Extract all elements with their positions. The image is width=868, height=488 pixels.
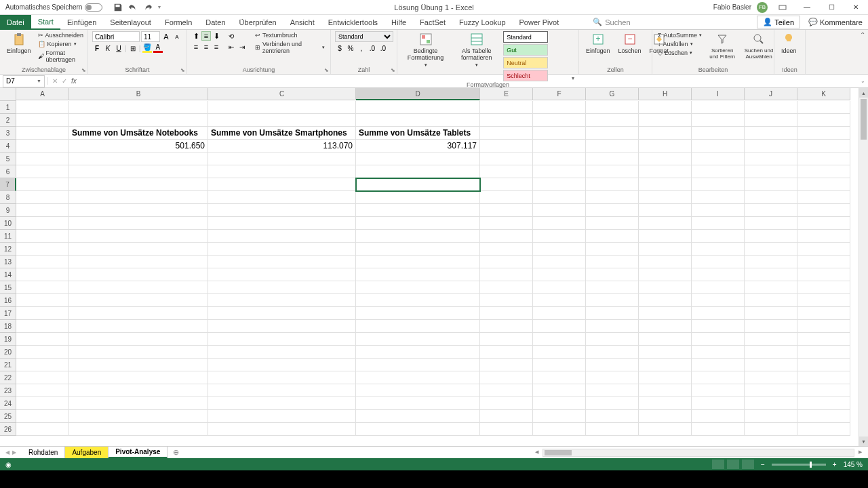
cell-I10[interactable] <box>692 217 745 230</box>
cell-B10[interactable] <box>69 217 208 230</box>
sheet-tab-rohdaten[interactable]: Rohdaten <box>22 447 65 458</box>
cell-J7[interactable] <box>745 178 797 191</box>
cell-J19[interactable] <box>745 333 797 346</box>
cell-I21[interactable] <box>692 359 745 371</box>
cell-A5[interactable] <box>16 152 69 165</box>
cell-A11[interactable] <box>16 230 69 243</box>
cell-H8[interactable] <box>639 191 692 204</box>
style-schlecht[interactable]: Schlecht <box>503 70 548 81</box>
row-header-18[interactable]: 18 <box>0 320 16 333</box>
cell-C2[interactable] <box>208 114 356 127</box>
cell-B4[interactable]: 501.650 <box>69 140 208 152</box>
cell-I5[interactable] <box>692 152 745 165</box>
cell-G17[interactable] <box>586 307 639 320</box>
row-header-19[interactable]: 19 <box>0 333 16 346</box>
cell-C26[interactable] <box>208 423 356 436</box>
cell-F17[interactable] <box>533 307 586 320</box>
row-header-3[interactable]: 3 <box>0 127 16 140</box>
cell-G19[interactable] <box>586 333 639 346</box>
cell-J4[interactable] <box>745 140 797 152</box>
cell-J8[interactable] <box>745 191 797 204</box>
cell-K25[interactable] <box>797 410 850 423</box>
cell-F14[interactable] <box>533 268 586 281</box>
cell-G5[interactable] <box>586 152 639 165</box>
cell-F15[interactable] <box>533 281 586 294</box>
tab-factset[interactable]: FactSet <box>413 16 452 29</box>
clipboard-launcher-icon[interactable]: ⬊ <box>81 67 86 73</box>
cell-A17[interactable] <box>16 307 69 320</box>
conditional-format-button[interactable]: Bedingte Formatierung▾ <box>401 31 450 69</box>
cell-K15[interactable] <box>797 281 850 294</box>
font-size-input[interactable] <box>141 31 160 42</box>
cell-I19[interactable] <box>692 333 745 346</box>
maximize-icon[interactable]: ☐ <box>822 1 841 14</box>
row-header-11[interactable]: 11 <box>0 230 16 243</box>
underline-button[interactable]: U <box>114 43 123 53</box>
cell-K13[interactable] <box>797 256 850 268</box>
row-header-16[interactable]: 16 <box>0 294 16 307</box>
cell-C10[interactable] <box>208 217 356 230</box>
cell-H17[interactable] <box>639 307 692 320</box>
row-header-9[interactable]: 9 <box>0 204 16 217</box>
cell-B22[interactable] <box>69 371 208 384</box>
cell-K10[interactable] <box>797 217 850 230</box>
cell-J16[interactable] <box>745 294 797 307</box>
increase-font-icon[interactable]: A <box>161 32 171 41</box>
cell-D17[interactable] <box>356 307 480 320</box>
cell-C15[interactable] <box>208 281 356 294</box>
cell-F23[interactable] <box>533 384 586 397</box>
row-header-24[interactable]: 24 <box>0 397 16 410</box>
cell-I11[interactable] <box>692 230 745 243</box>
row-header-25[interactable]: 25 <box>0 410 16 423</box>
cell-F13[interactable] <box>533 256 586 268</box>
cell-D24[interactable] <box>356 397 480 410</box>
row-header-20[interactable]: 20 <box>0 346 16 359</box>
save-icon[interactable] <box>113 3 123 12</box>
cell-A10[interactable] <box>16 217 69 230</box>
redo-icon[interactable] <box>143 3 153 12</box>
cell-D10[interactable] <box>356 217 480 230</box>
cell-I22[interactable] <box>692 371 745 384</box>
cell-E8[interactable] <box>480 191 533 204</box>
vscroll-thumb[interactable] <box>861 99 867 140</box>
tab-start[interactable]: Start <box>31 15 60 30</box>
cell-B20[interactable] <box>69 346 208 359</box>
cell-F2[interactable] <box>533 114 586 127</box>
cell-A14[interactable] <box>16 268 69 281</box>
cell-K2[interactable] <box>797 114 850 127</box>
cell-K9[interactable] <box>797 204 850 217</box>
cell-C3[interactable]: Summe von Umsätze Smartphones <box>208 127 356 140</box>
cell-F5[interactable] <box>533 152 586 165</box>
cell-C12[interactable] <box>208 243 356 256</box>
cell-H19[interactable] <box>639 333 692 346</box>
increase-decimal-button[interactable]: .0 <box>368 43 377 53</box>
currency-button[interactable]: $ <box>335 43 344 53</box>
cell-G15[interactable] <box>586 281 639 294</box>
cell-J23[interactable] <box>745 384 797 397</box>
cell-H18[interactable] <box>639 320 692 333</box>
cell-E14[interactable] <box>480 268 533 281</box>
tab-entwicklertools[interactable]: Entwicklertools <box>321 16 384 29</box>
cell-D7[interactable] <box>356 178 480 191</box>
cell-E15[interactable] <box>480 281 533 294</box>
cell-F8[interactable] <box>533 191 586 204</box>
share-button[interactable]: 👤 Teilen <box>757 16 800 28</box>
cell-J9[interactable] <box>745 204 797 217</box>
row-header-13[interactable]: 13 <box>0 256 16 268</box>
cell-H2[interactable] <box>639 114 692 127</box>
cell-F4[interactable] <box>533 140 586 152</box>
search-box[interactable]: 🔍 Suchen <box>593 18 630 26</box>
tab-formeln[interactable]: Formeln <box>158 16 199 29</box>
cell-K7[interactable] <box>797 178 850 191</box>
cell-K14[interactable] <box>797 268 850 281</box>
tab-fuzzy[interactable]: Fuzzy Lookup <box>452 16 512 29</box>
cell-K19[interactable] <box>797 333 850 346</box>
number-format-select[interactable]: Standard <box>335 31 393 42</box>
cell-C25[interactable] <box>208 410 356 423</box>
italic-button[interactable]: K <box>103 43 113 53</box>
insert-cells-button[interactable]: +Einfügen <box>583 31 613 56</box>
cell-J14[interactable] <box>745 268 797 281</box>
cell-C14[interactable] <box>208 268 356 281</box>
number-launcher-icon[interactable]: ⬊ <box>391 67 395 73</box>
cell-E16[interactable] <box>480 294 533 307</box>
